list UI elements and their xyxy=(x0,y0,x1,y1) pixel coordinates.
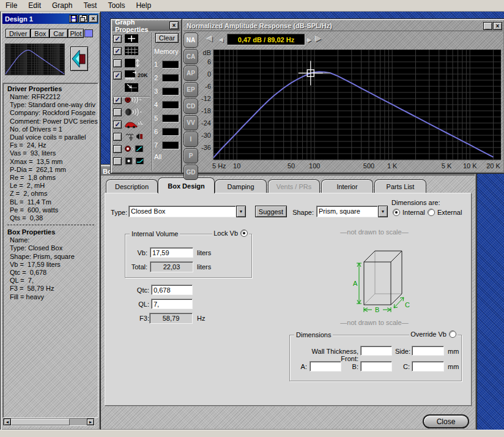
ql-input[interactable] xyxy=(151,299,193,309)
box-window: Box DescriptionBox DesignDampingVents / … xyxy=(98,164,477,431)
menu-test[interactable]: Test xyxy=(78,1,102,10)
memory-slot-row: 6 xyxy=(154,125,180,138)
lock-vb-control[interactable]: Lock Vb xyxy=(212,230,249,237)
driver-property-line: Type: Standard one-way driv xyxy=(3,101,98,109)
memory-label: Memory xyxy=(154,48,179,55)
box-window-tabs: DescriptionBox DesignDampingVents / PRsI… xyxy=(98,177,476,193)
tab-vents-prs[interactable]: Vents / PRs xyxy=(268,179,320,193)
internal-volume-group: Internal Volume Lock Vb Vb: liters Total… xyxy=(125,234,252,278)
qtc-input[interactable] xyxy=(151,285,193,295)
memory-all-button[interactable]: All xyxy=(154,153,161,160)
driver-button[interactable]: Driver xyxy=(6,29,31,38)
scroll-left-icon[interactable]: ◄ xyxy=(4,419,11,425)
cursor-fast-right-button[interactable]: ► xyxy=(314,33,323,44)
internal-radio[interactable]: Internal xyxy=(393,209,425,216)
driver-property-line: Z = 2, ohms xyxy=(3,190,98,198)
box-shape-dropdown[interactable]: Prism, square ▼ xyxy=(316,206,388,217)
x-tick-label: 500 xyxy=(363,162,374,170)
dim-b-input[interactable] xyxy=(360,361,392,372)
checkbox-cursor-crosshair[interactable]: ✓ xyxy=(113,35,122,43)
external-radio[interactable]: External xyxy=(428,209,462,216)
override-vb-control[interactable]: Override Vb xyxy=(409,331,458,338)
dim-a-input[interactable] xyxy=(309,361,341,372)
checkbox-car-acoustics-response[interactable]: ✓ xyxy=(113,121,122,129)
close-button[interactable]: Close xyxy=(423,414,469,428)
checkbox-driver-filter-response[interactable] xyxy=(113,145,122,153)
radio-selected-icon[interactable] xyxy=(240,230,248,237)
properties-list[interactable]: Driver Properties Name: RFR2212Type: Sta… xyxy=(2,83,98,418)
cursor-fast-left-button[interactable]: ◄ xyxy=(205,33,214,44)
tab-interior[interactable]: Interior xyxy=(321,179,373,193)
checkbox-grid[interactable]: ✓ xyxy=(113,47,122,55)
memory-slot-display[interactable] xyxy=(162,88,179,95)
menu-edit[interactable]: Edit xyxy=(23,1,46,10)
tab-damping[interactable]: Damping xyxy=(215,179,267,193)
memory-slot-display[interactable] xyxy=(162,128,179,136)
driver-speaker-icon[interactable] xyxy=(70,47,88,71)
scrollbar-thumb[interactable] xyxy=(11,419,70,425)
memory-slot-display[interactable] xyxy=(162,141,179,149)
menu-graph[interactable]: Graph xyxy=(46,1,78,10)
duplicate-window-icon[interactable] xyxy=(79,15,88,23)
x-tick-label: 100 xyxy=(309,162,320,170)
box-type-dropdown[interactable]: Closed Box ▼ xyxy=(128,206,246,217)
memory-slot-row: 2 xyxy=(154,71,180,84)
wall-front-input[interactable] xyxy=(360,346,392,356)
freq-range-icon xyxy=(125,70,137,80)
menu-tools[interactable]: Tools xyxy=(102,1,130,10)
wall-side-input[interactable] xyxy=(412,346,444,356)
minimize-button[interactable]: _ xyxy=(483,22,492,30)
plot-color-swatch[interactable] xyxy=(84,29,93,37)
checkbox-passive-radiator-response[interactable] xyxy=(113,108,122,116)
graph-properties-titlebar[interactable]: Graph Properties × xyxy=(113,21,180,31)
graph-window-title: Normalized Amplitude Response (dB-SPL/Hz… xyxy=(183,22,483,29)
design-window-titlebar[interactable]: Design 1 × xyxy=(2,13,98,24)
box-property-line: Type: Closed Box xyxy=(3,244,98,252)
close-icon[interactable]: × xyxy=(169,21,179,29)
box-button[interactable]: Box xyxy=(31,29,50,38)
vb-input[interactable] xyxy=(150,247,193,258)
graph-window-titlebar[interactable]: Normalized Amplitude Response (dB-SPL/Hz… xyxy=(183,21,503,31)
dropdown-arrow-icon[interactable]: ▼ xyxy=(378,206,388,217)
driver-property-line: Le = 2, mH xyxy=(3,182,98,190)
cursor-step-left-button[interactable]: ◄ xyxy=(218,35,224,46)
response-thumbnail-chart[interactable] xyxy=(5,43,65,75)
memory-slot-display[interactable] xyxy=(162,114,179,122)
dim-c-input[interactable] xyxy=(412,361,444,372)
menu-help[interactable]: Help xyxy=(130,1,157,10)
suggest-button[interactable]: Suggest xyxy=(255,206,287,217)
plot-button[interactable]: Plot xyxy=(68,29,84,38)
vb-unit-label: liters xyxy=(197,249,211,256)
dropdown-arrow-icon[interactable]: ▼ xyxy=(236,206,246,217)
radio-unselected-icon[interactable] xyxy=(428,209,435,216)
memory-slot-display[interactable] xyxy=(162,74,179,82)
close-icon[interactable]: × xyxy=(89,15,98,23)
memory-slot-number: 7 xyxy=(154,141,160,149)
save-icon[interactable] xyxy=(69,15,78,23)
amplitude-response-chart[interactable]: dB60-6-12-18-24-30-365 Hz10501005001 K5 … xyxy=(194,50,501,174)
checkbox-frequency-range[interactable]: ✓ xyxy=(113,72,122,80)
cursor-step-right-button[interactable]: ► xyxy=(306,35,313,46)
menu-file[interactable]: File xyxy=(0,1,23,10)
checkbox-crossover-response[interactable] xyxy=(113,133,122,141)
memory-slot-display[interactable] xyxy=(162,61,179,69)
checkbox-amplitude-scale[interactable] xyxy=(113,59,122,67)
horizontal-scrollbar[interactable]: ◄ ► xyxy=(3,418,95,426)
total-volume-field xyxy=(150,261,193,272)
dim-a-label: A: xyxy=(295,363,307,370)
box-filter-icon xyxy=(125,157,144,165)
radio-unselected-icon[interactable] xyxy=(449,331,456,338)
y-tick-label: -30 xyxy=(201,132,211,139)
memory-slot-display[interactable] xyxy=(162,101,179,109)
checkbox-box-filter-response[interactable] xyxy=(113,157,122,165)
car-button[interactable]: Car xyxy=(50,29,68,38)
memory-slot-number: 4 xyxy=(154,101,160,108)
radio-selected-icon[interactable] xyxy=(393,209,400,216)
scroll-right-icon[interactable]: ► xyxy=(87,419,94,425)
tab-description[interactable]: Description xyxy=(106,179,158,193)
close-icon[interactable]: × xyxy=(493,22,502,30)
override-vb-label: Override Vb xyxy=(410,331,447,338)
graph-tab-na[interactable]: NA xyxy=(183,32,198,48)
tab-parts-list[interactable]: Parts List xyxy=(374,179,426,193)
clear-memory-button[interactable]: Clear xyxy=(155,33,179,43)
